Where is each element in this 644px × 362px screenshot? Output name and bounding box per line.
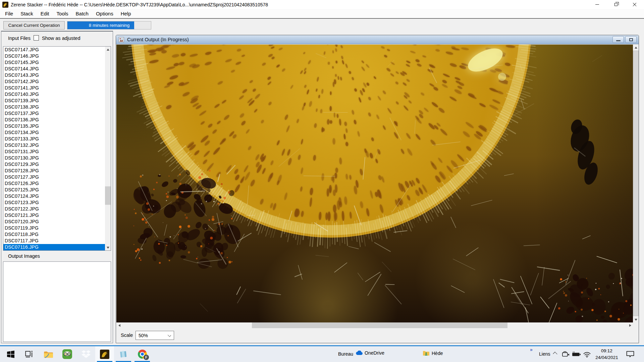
- file-list-item[interactable]: DSC07123.JPG: [3, 199, 105, 206]
- progress-bar: 8 minutes remaining: [67, 21, 151, 29]
- file-list-item[interactable]: DSC07138.JPG: [3, 104, 105, 110]
- vertical-scroll-thumb[interactable]: [633, 51, 639, 316]
- output-image-list[interactable]: [3, 261, 111, 342]
- file-list-item[interactable]: DSC07137.JPG: [3, 110, 105, 117]
- file-list-item[interactable]: DSC07134.JPG: [3, 129, 105, 136]
- file-list-item[interactable]: DSC07142.JPG: [3, 78, 105, 85]
- minimize-icon: [595, 4, 599, 5]
- scroll-down-icon: [635, 319, 637, 321]
- screen: Zerene Stacker -- Frédéric Hède -- C:\Us…: [0, 0, 644, 362]
- battery-icon[interactable]: [572, 351, 581, 357]
- scroll-down-button[interactable]: [105, 245, 111, 250]
- onedrive-toolbar[interactable]: OneDrive: [356, 350, 384, 356]
- task-view-button[interactable]: [20, 346, 39, 362]
- bureau-toolbar-label[interactable]: Bureau: [338, 351, 353, 357]
- cubes-app-button[interactable]: [114, 346, 133, 362]
- file-list-item[interactable]: DSC07143.JPG: [3, 72, 105, 78]
- file-list-item[interactable]: DSC07136.JPG: [3, 117, 105, 123]
- user-folder-icon: [423, 350, 430, 356]
- menu-options[interactable]: Options: [92, 9, 117, 18]
- menu-stack[interactable]: Stack: [17, 9, 37, 18]
- show-as-adjusted-checkbox[interactable]: [34, 35, 39, 41]
- file-list-item[interactable]: DSC07140.JPG: [3, 91, 105, 98]
- action-center-icon[interactable]: [626, 351, 635, 358]
- scroll-right-button[interactable]: [627, 322, 633, 328]
- file-list-item[interactable]: DSC07139.JPG: [3, 98, 105, 104]
- file-list-item[interactable]: DSC07146.JPG: [3, 53, 105, 59]
- scroll-down-button[interactable]: [633, 317, 639, 322]
- file-list-item[interactable]: DSC07129.JPG: [3, 161, 105, 168]
- menu-help[interactable]: Help: [117, 9, 135, 18]
- frame-minimize-button[interactable]: [612, 36, 624, 43]
- horizontal-scroll-thumb[interactable]: [252, 322, 507, 328]
- show-as-adjusted-label: Show as adjusted: [42, 36, 80, 41]
- menu-bar: FileStackEditToolsBatchOptionsHelp: [0, 9, 644, 18]
- scroll-left-button[interactable]: [116, 322, 122, 328]
- file-explorer-button[interactable]: [39, 346, 58, 362]
- onedrive-icon: [356, 351, 363, 355]
- scale-combobox[interactable]: 50%: [136, 331, 174, 340]
- scroll-up-button[interactable]: [633, 45, 639, 50]
- menu-edit[interactable]: Edit: [37, 9, 53, 18]
- file-list-item[interactable]: DSC07133.JPG: [3, 136, 105, 142]
- output-image-viewport: [116, 45, 633, 322]
- menu-batch[interactable]: Batch: [72, 9, 92, 18]
- wifi-icon[interactable]: [583, 351, 591, 358]
- chrome-profile-badge: F: [144, 355, 149, 360]
- file-list-item[interactable]: DSC07116.JPG: [3, 244, 105, 250]
- scale-label: Scale: [121, 333, 133, 338]
- start-button[interactable]: [1, 346, 20, 362]
- file-list-item[interactable]: DSC07119.JPG: [3, 225, 105, 231]
- zerene-stacker-icon: [100, 350, 109, 359]
- menu-file[interactable]: File: [1, 9, 17, 18]
- frame-maximize-button[interactable]: [625, 36, 637, 43]
- file-list-item[interactable]: DSC07145.JPG: [3, 59, 105, 66]
- frame-maximize-icon: [629, 38, 633, 41]
- file-list-item[interactable]: DSC07147.JPG: [3, 47, 105, 53]
- vertical-scrollbar[interactable]: [633, 45, 639, 322]
- chrome-button[interactable]: F: [133, 346, 152, 362]
- file-list-item[interactable]: DSC07130.JPG: [3, 155, 105, 161]
- file-list-item[interactable]: DSC07131.JPG: [3, 148, 105, 155]
- toolbar-overflow-chevron[interactable]: »: [530, 347, 533, 352]
- scroll-up-button[interactable]: [105, 47, 111, 52]
- zerene-stacker-button[interactable]: [95, 346, 114, 362]
- file-list-item[interactable]: DSC07126.JPG: [3, 180, 105, 187]
- hede-toolbar[interactable]: Hède: [423, 350, 443, 356]
- frame-minimize-icon: [616, 40, 621, 41]
- tray-device-icon[interactable]: [562, 351, 570, 358]
- restore-button[interactable]: [606, 0, 625, 9]
- file-list-item[interactable]: DSC07118.JPG: [3, 231, 105, 238]
- input-file-list[interactable]: DSC07147.JPGDSC07146.JPGDSC07145.JPGDSC0…: [3, 46, 111, 251]
- menu-tools[interactable]: Tools: [53, 9, 72, 18]
- hede-label: Hède: [432, 351, 443, 356]
- close-button[interactable]: [625, 0, 644, 9]
- cancel-operation-button[interactable]: Cancel Current Operation: [3, 21, 65, 29]
- tripadvisor-button[interactable]: [58, 346, 76, 362]
- scale-row: Scale 50%: [116, 328, 639, 343]
- liens-toolbar-label[interactable]: Liens: [539, 351, 550, 357]
- file-list-item[interactable]: DSC07117.JPG: [3, 238, 105, 244]
- minimize-button[interactable]: [588, 0, 606, 9]
- file-list-item[interactable]: DSC07127.JPG: [3, 174, 105, 180]
- file-list-item[interactable]: DSC07121.JPG: [3, 212, 105, 219]
- current-output-titlebar[interactable]: Current Output (In Progress): [116, 35, 639, 44]
- file-list-item[interactable]: DSC07128.JPG: [3, 168, 105, 174]
- show-hidden-icons-chevron[interactable]: [553, 352, 557, 356]
- file-rows: DSC07147.JPGDSC07146.JPGDSC07145.JPGDSC0…: [3, 47, 111, 250]
- onedrive-label: OneDrive: [365, 350, 384, 356]
- horizontal-scrollbar[interactable]: [116, 322, 633, 328]
- file-list-item[interactable]: DSC07124.JPG: [3, 193, 105, 199]
- file-list-item[interactable]: DSC07132.JPG: [3, 142, 105, 148]
- file-list-item[interactable]: DSC07125.JPG: [3, 187, 105, 193]
- file-list-item[interactable]: DSC07141.JPG: [3, 85, 105, 91]
- file-list-item[interactable]: DSC07122.JPG: [3, 206, 105, 212]
- dropbox-button[interactable]: [76, 346, 95, 362]
- file-list-item[interactable]: DSC07120.JPG: [3, 219, 105, 225]
- file-list-item[interactable]: DSC07144.JPG: [3, 66, 105, 72]
- clock-date: 24/04/2021: [592, 354, 622, 361]
- file-list-item[interactable]: DSC07135.JPG: [3, 123, 105, 129]
- file-list-scroll-thumb[interactable]: [105, 186, 111, 205]
- file-list-scrollbar[interactable]: [105, 47, 111, 250]
- taskbar-clock[interactable]: 09:12 24/04/2021: [592, 348, 622, 361]
